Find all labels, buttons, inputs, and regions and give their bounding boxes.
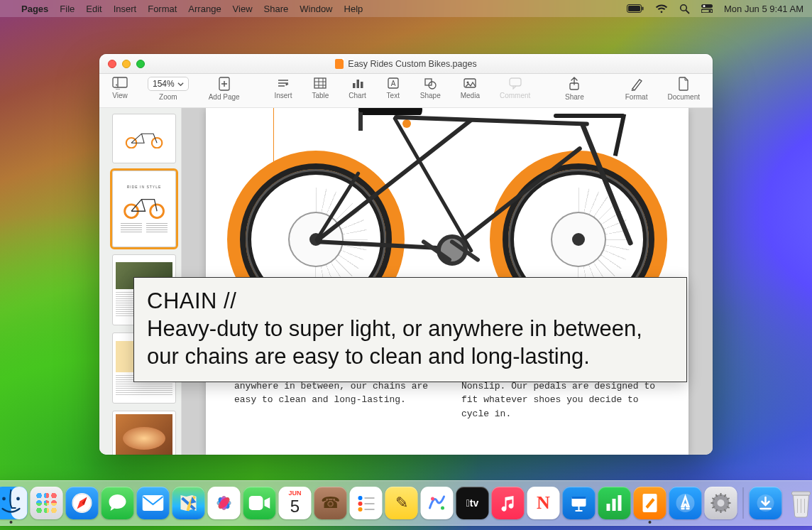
dock-reminders[interactable] (350, 487, 383, 519)
svg-rect-1 (628, 6, 640, 11)
titlebar[interactable]: Easy Rides Custom Bikes.pages (99, 54, 713, 74)
dock-keynote[interactable] (563, 487, 596, 519)
toolbar-text[interactable]: A Text (383, 77, 403, 99)
spotlight-icon[interactable] (679, 4, 690, 14)
toolbar-comment: Comment (497, 77, 533, 99)
toolbar-view[interactable]: View (109, 77, 131, 101)
svg-rect-26 (361, 82, 363, 88)
toolbar-zoom-value: 154% (153, 79, 175, 89)
hover-text-title: CHAIN // (147, 288, 674, 315)
page-thumbnail-2[interactable]: RIDE IN STYLE 2 (112, 171, 176, 247)
dock-separator (743, 487, 744, 519)
dock: JUN5☎✎tvN (0, 480, 812, 526)
svg-point-36 (152, 138, 162, 148)
toolbar-add-page-label: Add Page (209, 93, 240, 101)
toolbar-insert[interactable]: Insert (271, 77, 295, 99)
svg-point-57 (358, 496, 363, 500)
svg-point-42 (16, 497, 20, 501)
toolbar-format[interactable]: Format (622, 77, 651, 101)
dock-tv[interactable]: tv (456, 487, 489, 519)
window-minimize-button[interactable] (122, 60, 131, 68)
dock-photos[interactable] (208, 487, 241, 519)
svg-rect-66 (572, 497, 586, 499)
toolbar-document[interactable]: Document (664, 77, 703, 101)
toolbar: View 154% Zoom Add Page Insert (99, 74, 713, 108)
window-title-text: Easy Rides Custom Bikes.pages (348, 59, 476, 69)
dock-downloads[interactable] (750, 487, 782, 519)
menu-arrange[interactable]: Arrange (188, 4, 221, 14)
toolbar-table[interactable]: Table (309, 77, 331, 99)
window-zoom-button[interactable] (136, 60, 145, 68)
svg-point-75 (718, 499, 725, 507)
svg-rect-19 (314, 78, 326, 88)
toolbar-share[interactable]: Share (562, 77, 587, 101)
dock-contacts[interactable]: ☎ (314, 487, 347, 519)
svg-rect-9 (113, 77, 127, 87)
toolbar-view-label: View (112, 92, 128, 99)
control-center-icon[interactable] (701, 4, 713, 13)
toolbar-chart[interactable]: Chart (346, 77, 368, 99)
dock-launchpad[interactable] (31, 487, 63, 519)
svg-rect-70 (613, 499, 616, 511)
menu-share[interactable]: Share (264, 4, 289, 14)
svg-rect-24 (353, 83, 356, 88)
svg-rect-90 (792, 492, 811, 495)
page-thumbnail-5[interactable] (112, 411, 176, 455)
svg-point-59 (358, 507, 363, 512)
dock-appstore[interactable] (669, 487, 702, 519)
svg-text:A: A (390, 80, 395, 87)
wifi-icon[interactable] (655, 4, 668, 13)
hover-text-body: Heavy-duty to super light, or anywhere i… (147, 315, 674, 371)
dock-trash[interactable] (785, 487, 813, 519)
svg-point-38 (150, 205, 164, 218)
svg-rect-47 (143, 495, 164, 511)
menubar: Pages File Edit Insert Format Arrange Vi… (0, 0, 812, 17)
dock-pages[interactable] (634, 487, 666, 519)
pages-window: Easy Rides Custom Bikes.pages View 154% … (99, 54, 713, 455)
svg-point-32 (467, 82, 469, 84)
menu-format[interactable]: Format (148, 4, 177, 14)
menu-file[interactable]: File (60, 4, 75, 14)
dock-messages[interactable] (102, 487, 134, 519)
svg-rect-25 (356, 80, 359, 88)
dock-finder[interactable] (0, 487, 28, 519)
svg-rect-33 (510, 78, 521, 86)
toolbar-shape[interactable]: Shape (417, 77, 444, 99)
svg-rect-40 (11, 487, 28, 519)
svg-rect-69 (607, 504, 610, 511)
dock-calendar[interactable]: JUN5 (279, 487, 312, 519)
dock-notes[interactable]: ✎ (385, 487, 418, 519)
toolbar-media[interactable]: Media (458, 77, 483, 99)
dock-settings[interactable] (705, 487, 737, 519)
menubar-clock[interactable]: Mon Jun 5 9:41 AM (724, 4, 803, 14)
dock-news[interactable]: N (527, 487, 560, 519)
menu-app[interactable]: Pages (21, 4, 48, 14)
menu-window[interactable]: Window (300, 4, 332, 14)
battery-icon[interactable] (627, 4, 644, 13)
svg-rect-2 (642, 7, 643, 11)
menu-help[interactable]: Help (344, 4, 363, 14)
menu-insert[interactable]: Insert (114, 4, 137, 14)
svg-rect-56 (249, 496, 263, 510)
window-title: Easy Rides Custom Bikes.pages (99, 59, 713, 69)
dock-maps[interactable] (172, 487, 205, 519)
svg-rect-71 (618, 495, 622, 511)
dock-facetime[interactable] (243, 487, 276, 519)
svg-point-41 (2, 497, 6, 501)
window-close-button[interactable] (108, 60, 116, 68)
dock-music[interactable] (492, 487, 525, 519)
menu-edit[interactable]: Edit (86, 4, 102, 14)
svg-point-8 (708, 10, 710, 12)
toolbar-add-page[interactable]: Add Page (206, 77, 243, 101)
svg-line-4 (686, 10, 688, 13)
toolbar-zoom-label: Zoom (159, 93, 177, 101)
svg-point-7 (703, 5, 705, 7)
svg-point-58 (358, 502, 363, 506)
dock-numbers[interactable] (598, 487, 631, 519)
dock-safari[interactable] (66, 487, 99, 519)
toolbar-zoom[interactable]: 154% Zoom (145, 77, 192, 101)
dock-freeform[interactable] (421, 487, 454, 519)
menu-view[interactable]: View (233, 4, 253, 14)
page-thumbnail-1[interactable]: 1 (112, 114, 176, 163)
dock-mail[interactable] (137, 487, 170, 519)
